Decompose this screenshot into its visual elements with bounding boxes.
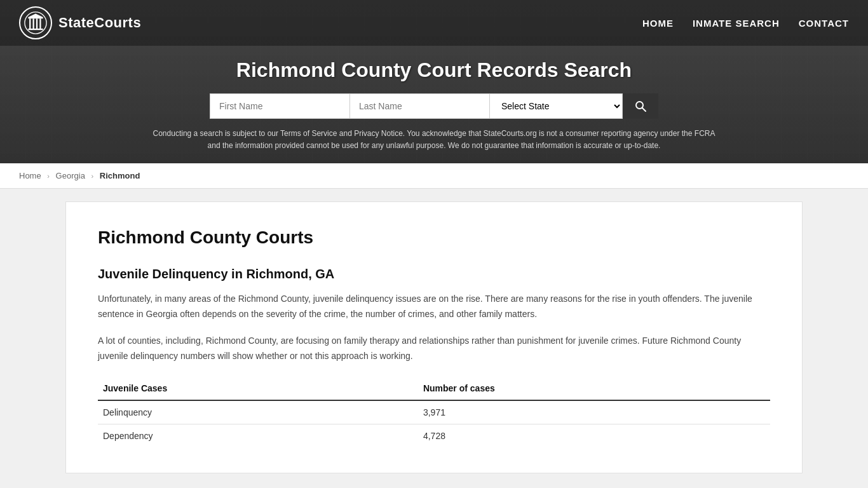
nav-home[interactable]: HOME (642, 18, 674, 29)
paragraph-2: A lot of counties, including, Richmond C… (98, 334, 770, 364)
svg-rect-3 (29, 18, 31, 29)
nav-contact[interactable]: CONTACT (799, 18, 849, 29)
case-type-delinquency: Delinquency (98, 400, 418, 424)
svg-line-9 (642, 108, 646, 112)
breadcrumb-county: Richmond (100, 171, 140, 180)
breadcrumb-home[interactable]: Home (19, 171, 41, 180)
search-button[interactable] (623, 93, 658, 119)
nav-inmate-search[interactable]: INMATE SEARCH (693, 18, 780, 29)
hero-title: Richmond County Court Records Search (19, 58, 849, 82)
col-header-count: Number of cases (418, 377, 770, 400)
content-card: Richmond County Courts Juvenile Delinque… (65, 201, 803, 473)
paragraph-1: Unfortunately, in many areas of the Rich… (98, 292, 770, 322)
logo-icon (19, 6, 52, 39)
svg-marker-7 (28, 14, 43, 17)
svg-rect-2 (28, 17, 43, 18)
privacy-link[interactable]: Privacy Notice (354, 129, 403, 138)
state-select[interactable]: Select State Georgia Alabama Florida (489, 93, 623, 119)
header: StateCourts HOME INMATE SEARCH CONTACT R… (0, 0, 868, 163)
disclaimer-text: Conducting a search is subject to our Te… (148, 128, 720, 152)
col-header-cases: Juvenile Cases (98, 377, 418, 400)
hero-section: Richmond County Court Records Search Sel… (0, 46, 868, 163)
main-wrapper: Richmond County Courts Juvenile Delinque… (0, 189, 868, 485)
logo-text: StateCourts (58, 15, 141, 31)
juvenile-cases-table: Juvenile Cases Number of cases Delinquen… (98, 377, 770, 447)
svg-rect-1 (28, 29, 43, 30)
terms-link[interactable]: Terms of Service (280, 129, 337, 138)
first-name-input[interactable] (210, 93, 349, 119)
svg-rect-6 (39, 18, 41, 29)
count-dependency: 4,728 (418, 424, 770, 447)
case-type-dependency: Dependency (98, 424, 418, 447)
svg-rect-5 (36, 18, 37, 29)
breadcrumb-state[interactable]: Georgia (56, 171, 85, 180)
page-title: Richmond County Courts (98, 227, 770, 248)
nav-links: HOME INMATE SEARCH CONTACT (642, 18, 849, 29)
breadcrumb-sep-2: › (91, 172, 93, 180)
table-header-row: Juvenile Cases Number of cases (98, 377, 770, 400)
table-row: Dependency 4,728 (98, 424, 770, 447)
pillar-svg-icon (24, 11, 47, 34)
breadcrumb-bar: Home › Georgia › Richmond (0, 163, 868, 189)
last-name-input[interactable] (349, 93, 489, 119)
breadcrumb-sep-1: › (47, 172, 50, 180)
table-row: Delinquency 3,971 (98, 400, 770, 424)
logo[interactable]: StateCourts (19, 6, 141, 39)
search-icon (634, 100, 647, 112)
header-content: StateCourts HOME INMATE SEARCH CONTACT R… (0, 0, 868, 163)
svg-rect-4 (33, 18, 34, 29)
count-delinquency: 3,971 (418, 400, 770, 424)
navbar: StateCourts HOME INMATE SEARCH CONTACT (0, 0, 868, 46)
section-title: Juvenile Delinquency in Richmond, GA (98, 267, 770, 281)
search-bar: Select State Georgia Alabama Florida (19, 93, 849, 119)
